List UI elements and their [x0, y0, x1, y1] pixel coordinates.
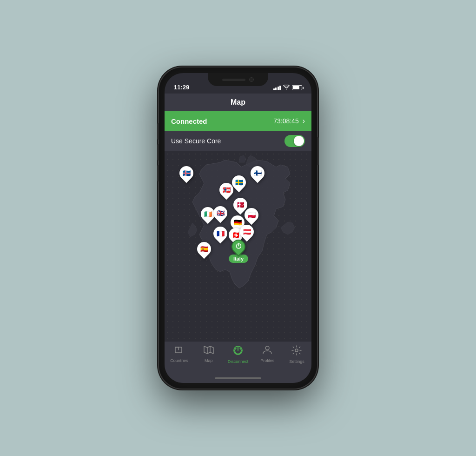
pin-finland[interactable]: 🇫🇮 [251, 166, 264, 180]
svg-marker-5 [204, 346, 213, 354]
pin-iceland[interactable]: 🇮🇸 [179, 166, 193, 180]
tab-countries[interactable]: Countries [165, 345, 194, 363]
phone-screen: 11:29 [165, 73, 311, 383]
speaker [222, 79, 245, 81]
connection-status: Connected [171, 117, 207, 125]
signal-icon [273, 86, 281, 90]
secure-core-toggle[interactable] [284, 135, 305, 147]
status-icons [273, 85, 303, 91]
pin-uk[interactable]: 🇬🇧 [213, 206, 227, 220]
pin-spain[interactable]: 🇪🇸 [197, 242, 211, 256]
settings-icon [291, 345, 302, 358]
home-bar [215, 377, 261, 379]
map-icon [204, 345, 214, 357]
tab-map[interactable]: Map [194, 345, 223, 363]
pin-france[interactable]: 🇫🇷 [213, 227, 227, 241]
pin-sweden[interactable]: 🇸🇪 [232, 175, 246, 189]
toggle-knob [294, 136, 304, 146]
pin-norway[interactable]: 🇳🇴 [219, 183, 233, 197]
camera [249, 77, 254, 82]
tab-profiles[interactable]: Profiles [253, 345, 282, 363]
countries-icon [174, 345, 185, 357]
secure-core-label: Use Secure Core [171, 137, 221, 145]
connection-details: 73:08:45 › [273, 117, 305, 125]
phone-frame: 11:29 [159, 67, 317, 389]
profiles-tab-label: Profiles [260, 358, 274, 363]
svg-point-9 [265, 346, 269, 350]
map-area[interactable]: 🇮🇸 🇳🇴 🇸🇪 🇫🇮 [165, 151, 311, 341]
connected-banner[interactable]: Connected 73:08:45 › [165, 111, 311, 131]
app-header: Map [165, 94, 311, 111]
battery-fill [293, 86, 299, 89]
tab-disconnect[interactable]: Disconnect [223, 345, 252, 364]
chevron-right-icon: › [303, 117, 305, 125]
map-tab-label: Map [205, 358, 213, 363]
countries-tab-label: Countries [170, 358, 188, 363]
secure-core-row: Use Secure Core [165, 131, 311, 151]
power-icon [235, 243, 242, 251]
notch [208, 73, 268, 86]
disconnect-tab-label: Disconnect [228, 359, 249, 364]
home-indicator [165, 374, 311, 383]
tab-settings[interactable]: Settings [282, 345, 311, 364]
battery-icon [292, 85, 302, 90]
profiles-icon [262, 345, 272, 357]
tab-bar: Countries Map [165, 341, 311, 374]
pin-ireland[interactable]: 🇮🇪 [201, 207, 215, 221]
svg-point-10 [295, 349, 298, 352]
pin-italy[interactable]: Italy [229, 240, 248, 263]
status-time: 11:29 [174, 84, 189, 91]
wifi-icon [283, 85, 290, 91]
page-title: Map [231, 98, 245, 107]
disconnect-icon [233, 345, 243, 358]
settings-tab-label: Settings [289, 359, 304, 364]
pin-austria[interactable]: 🇦🇹 [240, 225, 254, 239]
connection-timer: 73:08:45 [273, 117, 299, 125]
pin-poland[interactable]: 🇵🇱 [245, 208, 258, 222]
